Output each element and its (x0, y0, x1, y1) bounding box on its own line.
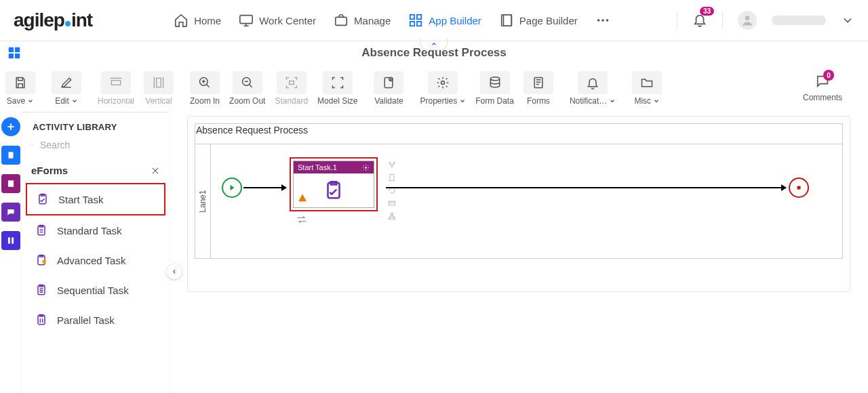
svg-rect-5 (417, 22, 421, 26)
svg-rect-14 (9, 54, 14, 58)
rail-clipboard[interactable] (1, 146, 20, 165)
monitor-icon (239, 13, 254, 28)
plus-icon (6, 122, 16, 131)
svg-rect-2 (410, 15, 414, 19)
avatar[interactable] (738, 11, 757, 30)
svg-rect-20 (289, 81, 294, 84)
edit-icon (60, 76, 73, 89)
search-input[interactable] (39, 139, 160, 151)
nav-workcenter-label: Work Center (259, 15, 316, 26)
rail-columns[interactable] (1, 231, 20, 250)
gear-icon[interactable] (362, 164, 370, 171)
form-icon (532, 76, 545, 89)
tool-zoomin[interactable]: Zoom In (190, 71, 220, 106)
briefcase-icon (334, 13, 349, 28)
logo[interactable]: agilepint (14, 9, 92, 31)
svg-rect-1 (336, 17, 347, 25)
chevron-down-icon (27, 98, 34, 104)
toolbar: Save Edit Horizontal Vertical Zoom In Zo… (0, 64, 868, 112)
comments-count: 0 (823, 70, 834, 81)
nav-appbuilder[interactable]: App Builder (408, 13, 481, 28)
stop-icon (795, 184, 802, 191)
svg-rect-16 (111, 80, 120, 85)
tool-save[interactable]: Save (5, 71, 35, 106)
nav-pagebuilder[interactable]: Page Builder (499, 13, 578, 28)
tool-horizontal[interactable]: Horizontal (98, 71, 134, 106)
tool-vertical[interactable]: Vertical (144, 71, 174, 106)
connector[interactable] (386, 187, 786, 188)
clipboard-check-icon (322, 179, 345, 202)
task-quick-icons (387, 160, 397, 221)
canvas[interactable]: Absence Request Process Lane1 Start Task… (170, 112, 868, 393)
chevron-down-icon[interactable] (841, 14, 854, 27)
columns-icon (6, 236, 16, 245)
tool-save-label: Save (7, 96, 25, 106)
sidebar-collapse[interactable] (167, 264, 182, 279)
tool-misc[interactable]: Misc (632, 71, 662, 106)
clipboard-star-icon (35, 253, 48, 267)
lib-start-task[interactable]: Start Task (26, 183, 165, 215)
apps-grid-icon[interactable] (7, 45, 22, 60)
nav-more[interactable] (595, 13, 610, 28)
task-start-task-1[interactable]: Start Task.1 (290, 157, 378, 211)
tool-standard[interactable]: Standard (275, 71, 308, 106)
left-rail (0, 112, 22, 393)
branch-icon[interactable] (387, 160, 397, 169)
tool-forms[interactable]: Forms (524, 71, 553, 106)
process-canvas[interactable]: Absence Request Process Lane1 Start Task… (187, 116, 850, 292)
start-node[interactable] (222, 178, 242, 198)
align-horizontal-icon (109, 76, 123, 89)
clipboard-icon (35, 224, 48, 237)
chevron-down-icon (71, 98, 78, 104)
lib-parallel-task[interactable]: Parallel Task (26, 305, 165, 335)
rail-task[interactable] (1, 174, 20, 193)
separator (677, 12, 677, 29)
tool-properties[interactable]: Properties (420, 71, 466, 106)
tool-edit[interactable]: Edit (52, 71, 81, 106)
rail-add[interactable] (1, 117, 20, 136)
title-row: Absence Request Process (0, 41, 868, 64)
mail-icon[interactable] (387, 199, 397, 208)
tool-zoomout[interactable]: Zoom Out (229, 71, 265, 106)
tree-icon[interactable] (387, 211, 397, 221)
user-icon (741, 14, 754, 27)
lib-sequential-task[interactable]: Sequential Task (26, 275, 165, 305)
zoom-in-icon (198, 76, 212, 89)
tool-standard-label: Standard (275, 96, 308, 106)
bidirectional-icon (296, 215, 307, 226)
nav-home[interactable]: Home (174, 13, 221, 28)
sidebar-search[interactable] (22, 139, 170, 158)
nav-workcenter[interactable]: Work Center (239, 13, 316, 28)
workspace: ACTIVITY LIBRARY eForms Start Task Stand… (0, 112, 868, 393)
play-icon (228, 184, 236, 192)
end-node[interactable] (789, 178, 809, 198)
page-title: Absence Request Process (361, 46, 507, 60)
tool-zoomout-label: Zoom Out (229, 96, 265, 106)
connector[interactable] (243, 187, 286, 188)
svg-point-10 (606, 19, 608, 22)
notifications-bell[interactable]: 33 (692, 12, 707, 29)
bell-badge: 33 (700, 7, 714, 16)
sidebar-category[interactable]: eForms (22, 158, 170, 183)
tool-validate[interactable]: Validate (374, 71, 403, 106)
align-vertical-icon (152, 76, 165, 89)
tool-formdata-label: Form Data (475, 96, 514, 106)
tool-properties-label: Properties (420, 96, 457, 106)
lib-standard-task[interactable]: Standard Task (26, 215, 165, 245)
lane-label: Lane1 (195, 144, 211, 259)
tool-notifications[interactable]: Notificat… (570, 71, 616, 106)
tool-validate-label: Validate (374, 96, 403, 106)
sidebar-category-label: eForms (31, 165, 68, 176)
rail-message[interactable] (1, 203, 20, 222)
chevron-down-icon (653, 98, 660, 104)
doc-icon[interactable] (387, 173, 397, 182)
svg-rect-25 (534, 77, 542, 87)
lib-advanced-task[interactable]: Advanced Task (26, 245, 165, 275)
tool-comments[interactable]: 0 Comments (803, 74, 842, 102)
nav-manage[interactable]: Manage (334, 13, 391, 28)
clipboard-check-icon (36, 192, 50, 206)
close-icon[interactable] (151, 166, 160, 175)
gear-icon (436, 76, 450, 89)
tool-modelsize[interactable]: Model Size (317, 71, 357, 106)
tool-formdata[interactable]: Form Data (475, 71, 514, 106)
